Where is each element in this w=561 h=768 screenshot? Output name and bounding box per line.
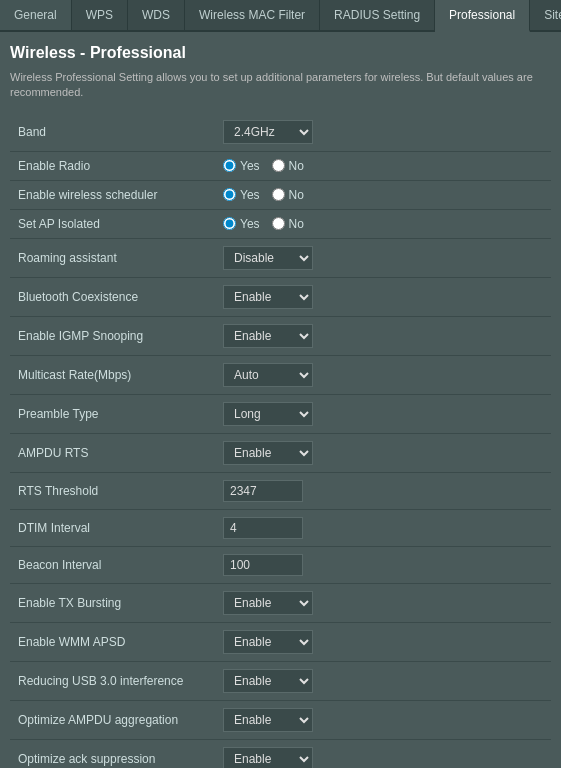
setting-label-enable-tx-bursting: Enable TX Bursting xyxy=(10,583,215,622)
setting-row-enable-radio: Enable RadioYesNo xyxy=(10,151,551,180)
select-band[interactable]: 2.4GHz5GHz xyxy=(223,120,313,144)
page-description: Wireless Professional Setting allows you… xyxy=(10,70,551,101)
setting-row-enable-wireless-scheduler: Enable wireless schedulerYesNo xyxy=(10,180,551,209)
setting-control-enable-tx-bursting: EnableDisable xyxy=(215,583,551,622)
select-enable-tx-bursting[interactable]: EnableDisable xyxy=(223,591,313,615)
setting-control-preamble-type: LongShort xyxy=(215,394,551,433)
setting-control-rts-threshold xyxy=(215,472,551,509)
setting-label-rts-threshold: RTS Threshold xyxy=(10,472,215,509)
setting-row-reducing-usb-30: Reducing USB 3.0 interferenceEnableDisab… xyxy=(10,661,551,700)
select-reducing-usb-30[interactable]: EnableDisable xyxy=(223,669,313,693)
setting-control-multicast-rate: Auto125.511 xyxy=(215,355,551,394)
radio-label-enable-radio-yes[interactable]: Yes xyxy=(223,159,260,173)
radio-group-enable-radio: YesNo xyxy=(223,159,543,173)
setting-control-bluetooth-coexistence: EnableDisable xyxy=(215,277,551,316)
setting-row-dtim-interval: DTIM Interval xyxy=(10,509,551,546)
setting-control-set-ap-isolated: YesNo xyxy=(215,209,551,238)
setting-label-ampdu-rts: AMPDU RTS xyxy=(10,433,215,472)
select-roaming-assistant[interactable]: DisableEnable xyxy=(223,246,313,270)
input-beacon-interval[interactable] xyxy=(223,554,303,576)
tab-general[interactable]: General xyxy=(0,0,72,30)
select-multicast-rate[interactable]: Auto125.511 xyxy=(223,363,313,387)
setting-row-set-ap-isolated: Set AP IsolatedYesNo xyxy=(10,209,551,238)
setting-label-multicast-rate: Multicast Rate(Mbps) xyxy=(10,355,215,394)
setting-control-ampdu-rts: EnableDisable xyxy=(215,433,551,472)
setting-control-band: 2.4GHz5GHz xyxy=(215,113,551,152)
radio-label-set-ap-isolated-yes[interactable]: Yes xyxy=(223,217,260,231)
input-rts-threshold[interactable] xyxy=(223,480,303,502)
setting-control-reducing-usb-30: EnableDisable xyxy=(215,661,551,700)
page-title: Wireless - Professional xyxy=(10,44,551,62)
setting-control-roaming-assistant: DisableEnable xyxy=(215,238,551,277)
setting-label-set-ap-isolated: Set AP Isolated xyxy=(10,209,215,238)
setting-control-optimize-ampdu: EnableDisable xyxy=(215,700,551,739)
setting-label-beacon-interval: Beacon Interval xyxy=(10,546,215,583)
setting-label-band: Band xyxy=(10,113,215,152)
setting-row-optimize-ampdu: Optimize AMPDU aggregationEnableDisable xyxy=(10,700,551,739)
tab-bar: GeneralWPSWDSWireless MAC FilterRADIUS S… xyxy=(0,0,561,32)
radio-enable-radio-no[interactable] xyxy=(272,159,285,172)
radio-label-enable-radio-no[interactable]: No xyxy=(272,159,304,173)
setting-label-enable-wmm-apsd: Enable WMM APSD xyxy=(10,622,215,661)
tab-wds[interactable]: WDS xyxy=(128,0,185,30)
setting-label-enable-wireless-scheduler: Enable wireless scheduler xyxy=(10,180,215,209)
setting-control-enable-wmm-apsd: EnableDisable xyxy=(215,622,551,661)
setting-label-roaming-assistant: Roaming assistant xyxy=(10,238,215,277)
radio-group-set-ap-isolated: YesNo xyxy=(223,217,543,231)
tab-site-survey[interactable]: Site Survey xyxy=(530,0,561,30)
setting-row-enable-tx-bursting: Enable TX BurstingEnableDisable xyxy=(10,583,551,622)
setting-label-preamble-type: Preamble Type xyxy=(10,394,215,433)
radio-label-enable-wireless-scheduler-no[interactable]: No xyxy=(272,188,304,202)
select-enable-wmm-apsd[interactable]: EnableDisable xyxy=(223,630,313,654)
setting-row-ampdu-rts: AMPDU RTSEnableDisable xyxy=(10,433,551,472)
radio-text-no: No xyxy=(289,217,304,231)
setting-label-enable-igmp-snooping: Enable IGMP Snooping xyxy=(10,316,215,355)
setting-label-enable-radio: Enable Radio xyxy=(10,151,215,180)
setting-label-reducing-usb-30: Reducing USB 3.0 interference xyxy=(10,661,215,700)
setting-control-enable-wireless-scheduler: YesNo xyxy=(215,180,551,209)
tab-wps[interactable]: WPS xyxy=(72,0,128,30)
radio-set-ap-isolated-yes[interactable] xyxy=(223,217,236,230)
radio-enable-radio-yes[interactable] xyxy=(223,159,236,172)
radio-text-yes: Yes xyxy=(240,217,260,231)
settings-table: Band2.4GHz5GHzEnable RadioYesNoEnable wi… xyxy=(10,113,551,768)
setting-control-beacon-interval xyxy=(215,546,551,583)
setting-row-multicast-rate: Multicast Rate(Mbps)Auto125.511 xyxy=(10,355,551,394)
setting-row-bluetooth-coexistence: Bluetooth CoexistenceEnableDisable xyxy=(10,277,551,316)
setting-row-enable-igmp-snooping: Enable IGMP SnoopingEnableDisable xyxy=(10,316,551,355)
radio-text-yes: Yes xyxy=(240,188,260,202)
select-ampdu-rts[interactable]: EnableDisable xyxy=(223,441,313,465)
page-content: Wireless - Professional Wireless Profess… xyxy=(0,32,561,768)
setting-row-optimize-ack: Optimize ack suppressionEnableDisable xyxy=(10,739,551,768)
setting-control-enable-igmp-snooping: EnableDisable xyxy=(215,316,551,355)
select-enable-igmp-snooping[interactable]: EnableDisable xyxy=(223,324,313,348)
setting-label-optimize-ack: Optimize ack suppression xyxy=(10,739,215,768)
radio-text-no: No xyxy=(289,159,304,173)
setting-row-roaming-assistant: Roaming assistantDisableEnable xyxy=(10,238,551,277)
select-bluetooth-coexistence[interactable]: EnableDisable xyxy=(223,285,313,309)
setting-control-dtim-interval xyxy=(215,509,551,546)
tab-wireless-mac-filter[interactable]: Wireless MAC Filter xyxy=(185,0,320,30)
setting-row-beacon-interval: Beacon Interval xyxy=(10,546,551,583)
tab-radius-setting[interactable]: RADIUS Setting xyxy=(320,0,435,30)
select-preamble-type[interactable]: LongShort xyxy=(223,402,313,426)
radio-label-enable-wireless-scheduler-yes[interactable]: Yes xyxy=(223,188,260,202)
radio-group-enable-wireless-scheduler: YesNo xyxy=(223,188,543,202)
setting-label-dtim-interval: DTIM Interval xyxy=(10,509,215,546)
radio-enable-wireless-scheduler-no[interactable] xyxy=(272,188,285,201)
setting-label-optimize-ampdu: Optimize AMPDU aggregation xyxy=(10,700,215,739)
setting-row-band: Band2.4GHz5GHz xyxy=(10,113,551,152)
setting-row-enable-wmm-apsd: Enable WMM APSDEnableDisable xyxy=(10,622,551,661)
setting-row-rts-threshold: RTS Threshold xyxy=(10,472,551,509)
select-optimize-ampdu[interactable]: EnableDisable xyxy=(223,708,313,732)
setting-label-bluetooth-coexistence: Bluetooth Coexistence xyxy=(10,277,215,316)
tab-professional[interactable]: Professional xyxy=(435,0,530,32)
radio-set-ap-isolated-no[interactable] xyxy=(272,217,285,230)
radio-enable-wireless-scheduler-yes[interactable] xyxy=(223,188,236,201)
setting-control-enable-radio: YesNo xyxy=(215,151,551,180)
input-dtim-interval[interactable] xyxy=(223,517,303,539)
radio-text-yes: Yes xyxy=(240,159,260,173)
setting-row-preamble-type: Preamble TypeLongShort xyxy=(10,394,551,433)
radio-label-set-ap-isolated-no[interactable]: No xyxy=(272,217,304,231)
select-optimize-ack[interactable]: EnableDisable xyxy=(223,747,313,768)
